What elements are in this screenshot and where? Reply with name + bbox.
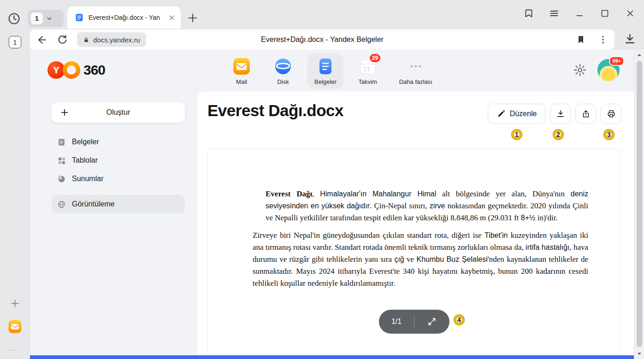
bookmark-icon[interactable]: [576, 35, 586, 45]
minimize-button[interactable]: [574, 8, 585, 19]
nav-item-belgeler[interactable]: Belgeler: [307, 53, 343, 89]
browser-side-strip: 1 ...: [0, 29, 30, 359]
presentation-pie-icon: [57, 175, 66, 183]
bottom-blue-bar: [30, 355, 634, 359]
back-button[interactable]: [36, 34, 48, 46]
document-viewer: Everest Dağı.docx Düzenle: [197, 91, 634, 355]
sidebar-item-label: Belgeler: [72, 138, 99, 146]
sidebar-tab-counter[interactable]: 1: [9, 36, 21, 48]
nav-item-mail[interactable]: Mail: [225, 53, 259, 89]
mail-icon: [232, 57, 251, 76]
page-body: Oluştur Belgeler Tablolar: [30, 91, 634, 355]
table-grid-icon: [57, 156, 66, 165]
address-bar: Everest+Dağı.docx - Yandex Belgeler docs…: [30, 29, 614, 50]
nav-label: Daha fazlası: [399, 78, 432, 85]
plus-icon: [60, 108, 69, 117]
scrollbar-thumb[interactable]: [637, 61, 642, 347]
sidebar-item-label: Görüntüleme: [72, 200, 115, 208]
globe-icon: [57, 200, 66, 209]
sidebar-item-tablolar[interactable]: Tablolar: [52, 151, 185, 170]
downloads-icon[interactable]: [624, 33, 636, 45]
scroll-up-button[interactable]: [636, 53, 643, 58]
calendar-badge: 29: [370, 54, 380, 62]
nav-item-more[interactable]: Daha fazlası: [392, 53, 439, 89]
printer-icon: [607, 109, 616, 118]
sidebar-item-label: Sunumlar: [72, 175, 103, 183]
download-icon: [556, 109, 565, 118]
sidebar-list: Belgeler Tablolar Sunumlar: [52, 133, 185, 213]
more-dots-icon: [407, 57, 425, 76]
tab-strip: 1 Everest+Dağı.docx - Yan: [0, 0, 644, 29]
history-clock-icon[interactable]: [7, 12, 21, 25]
tab-title: Everest+Dağı.docx - Yan: [89, 14, 163, 21]
window-controls: [523, 8, 636, 19]
share-icon: [581, 109, 591, 118]
sidebar-item-belgeler[interactable]: Belgeler: [52, 133, 185, 151]
share-button[interactable]: [575, 104, 596, 124]
menu-icon[interactable]: [549, 8, 560, 19]
reload-button[interactable]: [57, 34, 68, 46]
tab-group-chip[interactable]: 1: [28, 10, 64, 27]
create-button[interactable]: Oluştur: [52, 102, 185, 123]
nav-label: Disk: [277, 78, 289, 85]
toolbar: Düzenle: [488, 104, 621, 124]
sidebar-item-goruntuleme[interactable]: Görüntüleme: [52, 195, 185, 213]
logo-360-text: 360: [83, 62, 105, 78]
docs-favicon: [75, 13, 84, 22]
annotation-1: 1: [512, 129, 522, 140]
docs-sidebar: Oluştur Belgeler Tablolar: [30, 91, 197, 355]
print-button[interactable]: [601, 104, 621, 124]
yandex-mail-icon[interactable]: [8, 319, 22, 334]
download-button[interactable]: [550, 104, 571, 124]
calendar-icon: 29: [359, 57, 377, 76]
disk-icon: [274, 57, 292, 76]
scroll-down-button[interactable]: [636, 351, 643, 356]
annotation-3: 3: [604, 129, 614, 140]
sidebar-more-icon[interactable]: ...: [9, 344, 18, 353]
edit-label: Düzenle: [510, 110, 537, 118]
page-count: 1/1: [379, 318, 414, 326]
avatar[interactable]: 99+: [597, 59, 620, 81]
document-icon: [57, 138, 66, 147]
settings-gear-icon[interactable]: [573, 63, 587, 77]
close-window-button[interactable]: [625, 8, 636, 19]
tab-counter: 1: [31, 12, 43, 24]
scrollbar[interactable]: [634, 50, 644, 359]
maximize-button[interactable]: [599, 8, 610, 19]
collections-panel-icon[interactable]: [523, 8, 534, 19]
yandex360-header: Y 360 Mail Disk Belgeler: [30, 50, 634, 91]
new-tab-button[interactable]: [186, 12, 199, 24]
sidebar-plus-button[interactable]: [9, 298, 21, 309]
annotation-2: 2: [553, 129, 563, 140]
fullscreen-button[interactable]: [414, 317, 449, 326]
edit-button[interactable]: Düzenle: [488, 104, 545, 124]
nav-item-disk[interactable]: Disk: [266, 53, 300, 89]
sidebar-item-sunumlar[interactable]: Sunumlar: [52, 170, 185, 188]
nav-label: Mail: [236, 78, 247, 85]
active-tab[interactable]: Everest+Dağı.docx - Yan: [67, 6, 181, 29]
services-nav: Mail Disk Belgeler 29 Takvim: [225, 53, 439, 89]
url-chip[interactable]: docs.yandex.ru: [77, 32, 146, 47]
lock-icon: [83, 36, 89, 43]
yandex-o-icon: [63, 61, 80, 79]
address-bar-actions: [576, 35, 608, 45]
nav-item-takvim[interactable]: 29 Takvim: [351, 53, 385, 89]
document-paragraph: Zirveye biri Nepal'in güneydoğusundan çı…: [253, 230, 588, 289]
kebab-menu-icon[interactable]: [598, 35, 608, 45]
yandex-360-logo[interactable]: Y 360: [47, 61, 105, 79]
web-content: Y 360 Mail Disk Belgeler: [30, 50, 634, 359]
page-indicator: 1/1: [379, 310, 449, 334]
nav-label: Takvim: [358, 78, 377, 85]
tab-close-icon[interactable]: [167, 13, 176, 22]
annotation-4: 4: [454, 315, 464, 325]
fullscreen-icon: [427, 317, 437, 326]
chevron-down-icon: [45, 14, 53, 23]
sidebar-item-label: Tablolar: [72, 156, 98, 165]
docs-icon: [316, 57, 335, 76]
url-text: docs.yandex.ru: [93, 36, 140, 44]
page-title: Everest Dağı.docx: [207, 101, 343, 120]
notification-badge: 99+: [609, 56, 624, 66]
document-paragraph: Everest Dağı, Himalayalar'ın Mahalangur …: [266, 188, 588, 224]
create-label: Oluştur: [52, 108, 185, 117]
nav-label: Belgeler: [314, 78, 337, 85]
